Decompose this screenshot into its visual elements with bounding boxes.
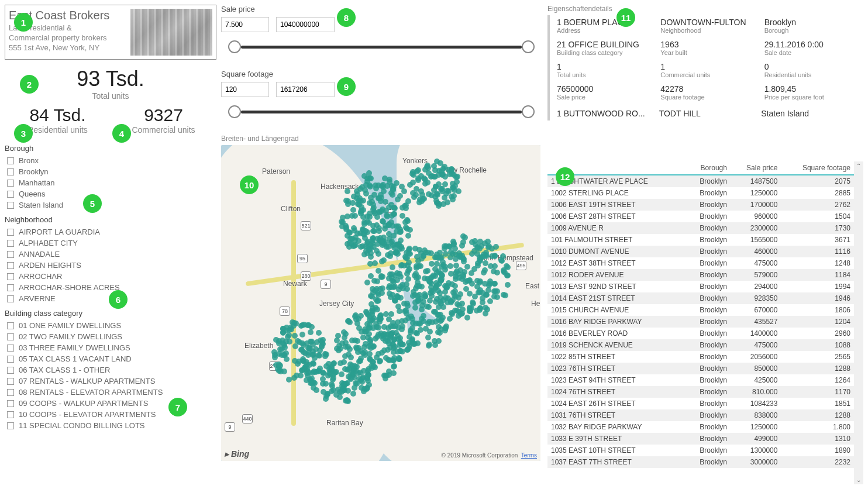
map-point[interactable]	[380, 206, 385, 212]
checkbox-icon[interactable]	[7, 168, 14, 175]
table-row[interactable]: 1002 STERLING PLACEBrooklyn12500002885	[547, 187, 854, 199]
map-point[interactable]	[415, 175, 421, 181]
map-point[interactable]	[477, 280, 483, 285]
table-row[interactable]: 1019 SCHENCK AVENUEBrooklyn4750001088	[547, 339, 854, 351]
price-slider-min-handle[interactable]	[228, 40, 241, 53]
map-point[interactable]	[305, 345, 311, 351]
map-point[interactable]	[352, 314, 358, 319]
map-point[interactable]	[469, 281, 475, 287]
filter-item-building-class[interactable]: 07 RENTALS - WALKUP APARTMENTS	[5, 376, 216, 387]
map-point[interactable]	[453, 263, 459, 268]
table-row[interactable]: 1006 EAST 19TH STREETBrooklyn17000002762	[547, 199, 854, 211]
map-point[interactable]	[352, 228, 357, 233]
map-point[interactable]	[433, 254, 439, 260]
map-point[interactable]	[284, 325, 290, 330]
map-point[interactable]	[492, 288, 498, 294]
map-point[interactable]	[313, 346, 319, 352]
map-point[interactable]	[384, 213, 390, 219]
map-point[interactable]	[480, 295, 485, 301]
map-point[interactable]	[505, 282, 511, 288]
map-point[interactable]	[360, 335, 366, 340]
checkbox-icon[interactable]	[7, 157, 14, 164]
map-terms-link[interactable]: Terms	[521, 452, 537, 459]
map-point[interactable]	[456, 271, 461, 277]
table-row[interactable]: 1006 EAST 28TH STREETBrooklyn9600001504	[547, 211, 854, 222]
map-point[interactable]	[281, 352, 287, 358]
map-point[interactable]	[492, 253, 498, 259]
map-point[interactable]	[397, 308, 402, 314]
map-point[interactable]	[322, 353, 328, 359]
map-point[interactable]	[448, 271, 454, 277]
map-point[interactable]	[481, 270, 487, 276]
map-point[interactable]	[384, 332, 390, 338]
map-visual[interactable]: Yonkers New Rochelle Paterson Hackensack…	[221, 145, 540, 461]
map-point[interactable]	[464, 315, 470, 321]
filter-item-neighborhood[interactable]: ANNADALE	[5, 249, 216, 260]
map-point[interactable]	[290, 319, 295, 325]
map-point[interactable]	[345, 344, 351, 350]
price-max-input[interactable]	[276, 17, 335, 32]
checkbox-icon[interactable]	[7, 180, 14, 187]
map-point[interactable]	[391, 184, 397, 190]
map-point[interactable]	[367, 357, 373, 363]
map-point[interactable]	[285, 334, 291, 340]
map-point[interactable]	[362, 187, 368, 193]
map-point[interactable]	[308, 329, 314, 335]
filter-item-building-class[interactable]: 05 TAX CLASS 1 VACANT LAND	[5, 353, 216, 364]
table-row[interactable]: 1023 76TH STREETBrooklyn8500001288	[547, 363, 854, 374]
price-min-input[interactable]	[221, 17, 269, 32]
checkbox-icon[interactable]	[7, 322, 14, 329]
map-point[interactable]	[446, 280, 452, 286]
map-point[interactable]	[442, 195, 447, 201]
map-point[interactable]	[360, 214, 366, 220]
checkbox-icon[interactable]	[7, 378, 14, 385]
map-point[interactable]	[366, 343, 372, 349]
map-point[interactable]	[368, 175, 374, 181]
map-point[interactable]	[305, 322, 311, 328]
table-row[interactable]: 1015 CHURCH AVENUEBrooklyn6700001806	[547, 304, 854, 316]
checkbox-icon[interactable]	[7, 400, 14, 407]
map-point[interactable]	[367, 261, 373, 267]
map-point[interactable]	[314, 387, 319, 393]
map-point[interactable]	[339, 371, 345, 377]
map-point[interactable]	[311, 369, 317, 374]
map-point[interactable]	[282, 345, 288, 350]
map-point[interactable]	[393, 330, 399, 336]
map-point[interactable]	[359, 329, 364, 335]
map-point[interactable]	[442, 267, 448, 273]
map-point[interactable]	[376, 325, 381, 330]
scroll-up-icon[interactable]: ⌃	[856, 163, 861, 169]
checkbox-icon[interactable]	[7, 251, 14, 258]
map-point[interactable]	[411, 341, 416, 347]
table-row[interactable]: 1035 EAST 10TH STREETBrooklyn13000001890	[547, 445, 854, 456]
filter-item-borough[interactable]: Staten Island	[5, 199, 216, 211]
table-row[interactable]: 1014 EAST 21ST STREETBrooklyn9283501946	[547, 292, 854, 304]
map-point[interactable]	[488, 263, 494, 269]
checkbox-icon[interactable]	[7, 240, 14, 247]
map-point[interactable]	[371, 363, 377, 369]
details-next-row[interactable]: 1 BUTTONWOOD RO... TODT HILL Staten Isla…	[554, 106, 863, 120]
table-row[interactable]: 1023 EAST 94TH STREETBrooklyn4250001264	[547, 374, 854, 386]
table-row[interactable]: 1010 DUMONT AVENUEBrooklyn4600001116	[547, 246, 854, 257]
map-point[interactable]	[462, 235, 468, 240]
table-row[interactable]: 1032 BAY RIDGE PARKWAYBrooklyn12500001.8…	[547, 421, 854, 433]
map-point[interactable]	[346, 318, 352, 324]
price-slider-max-handle[interactable]	[522, 40, 535, 53]
map-point[interactable]	[391, 233, 397, 239]
map-point[interactable]	[449, 310, 454, 316]
checkbox-icon[interactable]	[7, 411, 14, 418]
map-point[interactable]	[346, 366, 352, 371]
map-point[interactable]	[452, 288, 458, 294]
map-point[interactable]	[414, 265, 419, 271]
map-point[interactable]	[405, 218, 411, 224]
map-point[interactable]	[376, 228, 382, 234]
table-row[interactable]: 1 BRIGHTWATER AVE PLACEBrooklyn148750020…	[547, 175, 854, 187]
map-point[interactable]	[337, 360, 343, 366]
map-point[interactable]	[374, 214, 380, 220]
table-row[interactable]: 1016 BAY RIDGE PARKWAYBrooklyn4355271204	[547, 316, 854, 328]
map-point[interactable]	[371, 192, 377, 198]
filter-item-building-class[interactable]: 06 TAX CLASS 1 - OTHER	[5, 364, 216, 376]
map-point[interactable]	[381, 347, 387, 353]
map-point[interactable]	[404, 226, 410, 232]
map-point[interactable]	[329, 388, 335, 394]
